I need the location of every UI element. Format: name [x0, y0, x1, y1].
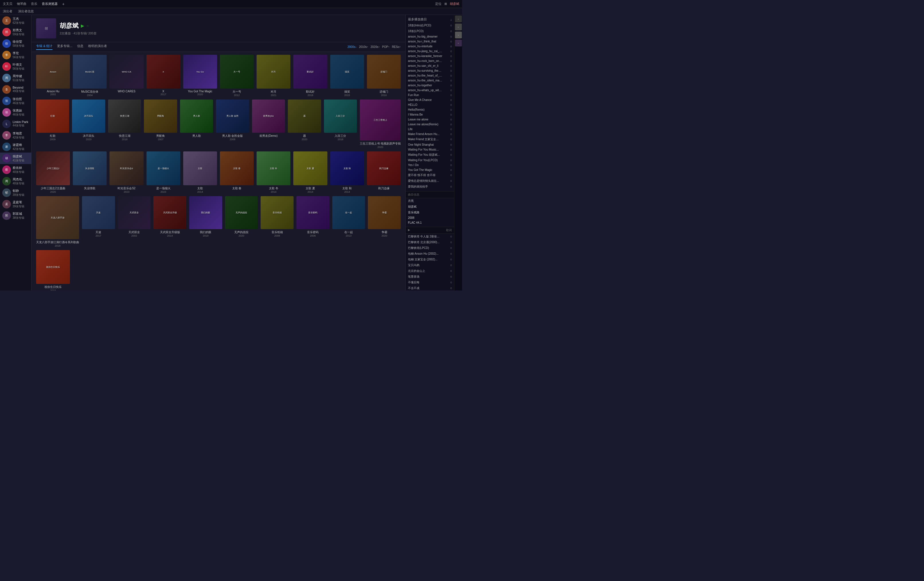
bottom-song-4[interactable]: 包糊 文家宝全 (2002)...0 — [406, 257, 454, 262]
right-song-3[interactable]: anson_hu-i_think_that0 — [406, 39, 454, 44]
bottom-song-0[interactable]: 巴黎铁塔 牛人版 2密坐...0 — [406, 234, 454, 239]
album-item-row3-5[interactable]: 太歌 春太歌 春 — [220, 152, 254, 193]
album-item-row1-4[interactable]: You GoYou Got The Magic2020 — [183, 55, 217, 97]
right-song-8[interactable]: anson_hu-san_shi_er_li0 — [406, 63, 454, 68]
album-item-row4-2[interactable]: 天武双全天武双全2002 — [118, 196, 151, 247]
locate-btn[interactable]: 定位 — [435, 2, 442, 6]
album-item-row1-9[interactable]: 还魂门还魂门2016 — [367, 55, 401, 97]
right-song-5[interactable]: anson_hu-jiang_hu_zai_jian0 — [406, 49, 454, 54]
right-song-1[interactable]: 18首(LPCD)0 — [406, 28, 454, 34]
sidebar-artist-0[interactable]: 王王杰62张专辑 — [0, 15, 31, 26]
album-item-row3-3[interactable]: 是一场烟火是一场烟火2023 — [147, 152, 180, 193]
bottom-song-8[interactable]: 不懂后悔0 — [406, 280, 454, 286]
album-item-row1-7[interactable]: 勤试好勤试好2018 — [293, 55, 327, 97]
bottom-song-3[interactable]: 包糊 Anson Hu (2002)...0 — [406, 251, 454, 257]
right-song-13[interactable]: anson_hu-whats_up_with_l...0 — [406, 88, 454, 92]
right-song-18[interactable]: I Wanna Be0 — [406, 112, 454, 117]
album-item-row5-0[interactable]: 祝你生日快乐祝你生日快乐2019 — [36, 250, 70, 290]
right-song-10[interactable]: anson_hu-the_heart_of_th...0 — [406, 73, 454, 78]
album-item-row1-8[interactable]: 搞笑搞笑2015 — [330, 55, 364, 97]
right-song-19[interactable]: Leave me alone0 — [406, 117, 454, 122]
sidebar-artist-10[interactable]: 李李翊君42张专辑 — [0, 130, 31, 141]
mini-thumb-1[interactable]: ▪ — [455, 15, 462, 22]
album-item-row2-4[interactable]: 男人歌男人歌 — [180, 99, 213, 149]
album-item-row4-4[interactable]: 我们的眼我们的眼2019 — [189, 196, 222, 247]
sidebar-artist-8[interactable]: 张张惠妹46张专辑 — [0, 107, 31, 118]
right-song-16[interactable]: HELLO0 — [406, 102, 454, 107]
album-item-row3-6[interactable]: 太歌 冬太歌 冬2014 — [257, 152, 290, 193]
nav-item-4[interactable]: 音乐浏览器 — [42, 2, 58, 6]
lyrics-label[interactable]: 歌词 — [446, 228, 452, 232]
mini-thumb-4[interactable]: ▪ — [455, 40, 462, 46]
album-item-row1-5[interactable]: 大一号大一号2012 — [220, 55, 254, 97]
sidebar-artist-4[interactable]: 叶叶倩文56张专辑 — [0, 61, 31, 72]
sidebar-artist-13[interactable]: 蔡蔡依林40张专辑 — [0, 164, 31, 175]
album-item-row2-9[interactable]: 三生三世枕上三生三世枕上书 电视剧原声专辑2020 — [360, 99, 401, 149]
album-item-row2-5[interactable]: 男人歌 金胜男人歌 金胜金版2008 — [216, 99, 249, 149]
right-song-4[interactable]: anson_hu-interlude0 — [406, 44, 454, 49]
album-item-row2-8[interactable]: 入目三分入目三分2018 — [324, 99, 357, 149]
album-item-row2-0[interactable]: 红歌红歌2009 — [36, 99, 69, 149]
play-button[interactable]: ▶ — [81, 23, 84, 28]
year-2000s[interactable]: 2000s↓ — [348, 45, 356, 48]
right-song-15[interactable]: Give Me A Chance0 — [406, 97, 454, 102]
right-song-12[interactable]: anson_hu-together0 — [406, 83, 454, 88]
album-item-row4-1[interactable]: 天途天途2017 — [82, 196, 115, 247]
right-song-7[interactable]: anson_hu-rock_born_one_...0 — [406, 58, 454, 63]
album-item-row3-7[interactable]: 太歌 夏太歌 夏2014 — [293, 152, 327, 193]
username-label[interactable]: 胡彦斌 — [450, 2, 459, 6]
album-item-row1-1[interactable]: MuSiC混MuSiC混合体2004 — [73, 55, 107, 97]
bottom-song-9[interactable]: 不去不成0 — [406, 286, 454, 290]
sidebar-artist-17[interactable]: 郭郭富城38张专辑 — [0, 210, 31, 221]
right-song-23[interactable]: Make Friend 文家宝全...0 — [406, 137, 454, 142]
sidebar-artist-15[interactable]: 郁郁静39张专辑 — [0, 187, 31, 198]
right-song-32[interactable]: 爱我的就拍拍手0 — [406, 184, 454, 190]
sidebar-artist-7[interactable]: 张张信哲46张专辑 — [0, 95, 31, 107]
album-item-row2-2[interactable]: 快意江湖快意江湖2018 — [108, 99, 141, 149]
album-item-row1-0[interactable]: Anson Anson Hu2002 — [36, 55, 70, 97]
right-song-0[interactable]: 18首(Intro)(LPCD)0 — [406, 23, 454, 28]
album-item-row4-9[interactable]: 争霸争霸2020 — [368, 196, 401, 247]
album-item-row1-3[interactable]: XX2017 — [147, 55, 180, 97]
sidebar-artist-3[interactable]: 李李玟56张专辑 — [0, 50, 31, 61]
album-item-row2-6[interactable]: 前男友(De前男友(Demo) — [252, 99, 285, 149]
album-item-row4-5[interactable]: 无声的战役无声的战役2020 — [225, 196, 258, 247]
album-item-row3-0[interactable]: 少年三国志2少年三国志2主题曲2020 — [36, 152, 70, 193]
album-item-row4-3[interactable]: 天武双全升级天武双全升级版2014 — [153, 196, 186, 247]
album-item-row3-1[interactable]: 失业情歌失业情歌 — [73, 152, 107, 193]
bottom-song-6[interactable]: 北京的金山上0 — [406, 268, 454, 274]
sidebar-artist-12[interactable]: 胡胡彦斌41张专辑 — [0, 153, 31, 164]
album-item-row3-9[interactable]: 剃刀边缘剃刀边缘 — [367, 152, 401, 193]
right-song-14[interactable]: Fun Run0 — [406, 92, 454, 97]
bottom-song-1[interactable]: 巴黎铁塔 北京通(2000)...0 — [406, 239, 454, 245]
tab-info[interactable]: 信息 — [77, 44, 83, 50]
right-song-26[interactable]: Waiting For You 胡彦斌...0 — [406, 152, 454, 158]
right-song-25[interactable]: Waiting For You Music...0 — [406, 147, 454, 152]
album-item-row2-3[interactable]: 男配角男配角2007 — [144, 99, 177, 149]
bottom-song-2[interactable]: 巴黎铁塔(LPCD)0 — [406, 245, 454, 251]
right-song-31[interactable]: 爱情总是情到情头就往...0 — [406, 178, 454, 184]
sidebar-artist-9[interactable]: LLinkin Park44张专辑 — [0, 118, 31, 130]
bottom-song-7[interactable]: 笔墨喜场0 — [406, 274, 454, 280]
sidebar-artist-6[interactable]: BBeyond49张专辑 — [0, 84, 31, 95]
sidebar-artist-1[interactable]: 郑郑秀文59张专辑 — [0, 26, 31, 38]
sidebar-artist-16[interactable]: 孟孟庭苇39张专辑 — [0, 198, 31, 210]
tab-more-albums[interactable]: 更多专辑... — [57, 44, 72, 50]
nav-item-2[interactable]: 钢琴曲 — [17, 2, 26, 6]
album-item-row3-4[interactable]: 太歌太歌2014 — [183, 152, 217, 193]
album-item-row4-6[interactable]: 音乐纸箱音乐纸箱2008 — [261, 196, 294, 247]
sidebar-artist-14[interactable]: 周周杰伦40张专辑 — [0, 175, 31, 187]
album-item-row1-6[interactable]: 对月对月2021 — [257, 55, 290, 97]
right-song-17[interactable]: Hello(Remix)0 — [406, 107, 454, 112]
album-item-row4-8[interactable]: 在一起在一起2013 — [332, 196, 365, 247]
right-song-28[interactable]: Yes I Do0 — [406, 163, 454, 167]
album-item-row2-7[interactable]: 愿愿2020 — [288, 99, 321, 149]
filter-reso[interactable]: RESo↑ — [392, 45, 401, 48]
album-item-row3-2[interactable]: 时光音乐会S时光音乐会S22023 — [109, 152, 144, 193]
right-song-2[interactable]: anson_hu-big_dreamer0 — [406, 34, 454, 39]
mini-thumb-3[interactable]: ▪ — [455, 31, 462, 38]
nav-item-1[interactable]: 文叉贝 — [3, 2, 12, 6]
album-item-row3-8[interactable]: 太歌 秋太歌 秋2014 — [330, 152, 364, 193]
right-song-22[interactable]: Make Friend Anson Hu...0 — [406, 132, 454, 137]
album-item-row2-1[interactable]: 决不回头决不回头2020 — [72, 99, 105, 149]
